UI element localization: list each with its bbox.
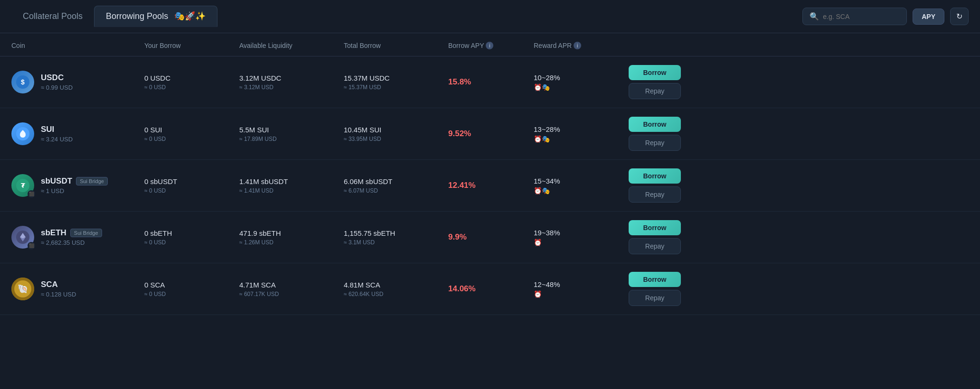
borrow-apy-sui: 9.52%	[448, 129, 534, 139]
apy-toggle-button[interactable]: APY	[913, 9, 944, 25]
coin-icon-usdc: $	[11, 71, 34, 93]
table-row: SUI ≈ 3.24 USD 0 SUI ≈ 0 USD 5.5M SUI ≈ …	[0, 108, 980, 160]
coin-name-sbusdt: sbUSDT Sui Bridge ≈ 1 USD	[41, 176, 108, 194]
reward-icons-sui: ⏰🎭	[534, 135, 629, 143]
borrow-button-usdc[interactable]: Borrow	[629, 65, 681, 80]
coin-cell-sbeth: ⬛ sbETH Sui Bridge ≈ 2,682.35 USD	[11, 226, 144, 249]
reward-icons-usdc: ⏰🎭	[534, 83, 629, 91]
header-reward-apr: Reward APR i	[534, 42, 629, 49]
action-cell-sui: Borrow Repay	[629, 117, 705, 151]
search-box: 🔍	[802, 8, 907, 25]
header-borrow-apy: Borrow APY i	[448, 42, 534, 49]
repay-button-sui[interactable]: Repay	[629, 135, 681, 151]
tab-borrowing-pools[interactable]: Borrowing Pools 🎭🚀✨	[94, 6, 217, 27]
coin-cell-sbusdt: ₮ ⬛ sbUSDT Sui Bridge ≈ 1 USD	[11, 174, 144, 197]
header-your-borrow: Your Borrow	[144, 42, 239, 49]
your-borrow-sui: 0 SUI ≈ 0 USD	[144, 126, 239, 142]
top-nav: Collateral Pools Borrowing Pools 🎭🚀✨ 🔍 A…	[0, 0, 980, 33]
avail-liquidity-sbusdt: 1.41M sbUSDT ≈ 1.41M USD	[239, 177, 344, 194]
coin-cell-sui: SUI ≈ 3.24 USD	[11, 122, 144, 145]
table-row: $ USDC ≈ 0.99 USD 0 USDC ≈ 0 USD 3.12M U…	[0, 56, 980, 108]
coin-title-sbusdt: sbUSDT	[41, 176, 72, 186]
borrow-apy-sbusdt: 12.41%	[448, 181, 534, 190]
coin-price-sca: ≈ 0.128 USD	[41, 291, 76, 298]
coin-icon-sui	[11, 122, 34, 145]
borrow-apy-sca: 14.06%	[448, 284, 534, 294]
nav-right: 🔍 APY ↻	[802, 8, 969, 25]
search-input[interactable]	[823, 13, 894, 20]
borrow-button-sbeth[interactable]: Borrow	[629, 220, 681, 235]
reward-apr-sui: 13~28% ⏰🎭	[534, 125, 629, 143]
total-borrow-sbeth: 1,155.75 sbETH ≈ 3.1M USD	[344, 229, 448, 246]
reward-icons-sbeth: ⏰	[534, 239, 629, 246]
your-borrow-sbeth: 0 sbETH ≈ 0 USD	[144, 229, 239, 246]
your-borrow-usdc: 0 USDC ≈ 0 USD	[144, 74, 239, 91]
bridge-badge-sbusdt: Sui Bridge	[76, 177, 108, 185]
refresh-button[interactable]: ↻	[950, 8, 969, 25]
repay-button-sca[interactable]: Repay	[629, 290, 681, 306]
reward-apr-info-icon[interactable]: i	[574, 42, 581, 49]
your-borrow-sbusdt: 0 sbUSDT ≈ 0 USD	[144, 177, 239, 194]
reward-apr-sbusdt: 15~34% ⏰🎭	[534, 177, 629, 194]
coin-name-sbeth: sbETH Sui Bridge ≈ 2,682.35 USD	[41, 228, 102, 246]
table-row: ⬛ sbETH Sui Bridge ≈ 2,682.35 USD 0 sbET…	[0, 212, 980, 263]
repay-button-sbusdt[interactable]: Repay	[629, 186, 681, 203]
total-borrow-usdc: 15.37M USDC ≈ 15.37M USD	[344, 74, 448, 91]
coin-name-sui: SUI ≈ 3.24 USD	[41, 125, 73, 143]
avail-liquidity-usdc: 3.12M USDC ≈ 3.12M USD	[239, 74, 344, 91]
table-row: 🐚 SCA ≈ 0.128 USD 0 SCA ≈ 0 USD 4.71M SC…	[0, 263, 980, 315]
total-borrow-sui: 10.45M SUI ≈ 33.95M USD	[344, 126, 448, 142]
reward-icons-sbusdt: ⏰🎭	[534, 187, 629, 194]
action-cell-sbeth: Borrow Repay	[629, 220, 705, 254]
coin-name-sca: SCA ≈ 0.128 USD	[41, 280, 76, 298]
nav-tabs: Collateral Pools Borrowing Pools 🎭🚀✨	[11, 6, 217, 27]
avail-liquidity-sca: 4.71M SCA ≈ 607.17K USD	[239, 281, 344, 297]
borrow-button-sbusdt[interactable]: Borrow	[629, 168, 681, 184]
coin-price-usdc: ≈ 0.99 USD	[41, 84, 73, 91]
header-available-liquidity: Available Liquidity	[239, 42, 344, 49]
coin-title-sca: SCA	[41, 280, 58, 289]
your-borrow-sca: 0 SCA ≈ 0 USD	[144, 281, 239, 297]
search-icon: 🔍	[810, 12, 819, 21]
svg-text:🐚: 🐚	[18, 284, 28, 294]
borrow-button-sca[interactable]: Borrow	[629, 272, 681, 287]
coin-badge-sbeth: ⬛	[28, 242, 35, 250]
table-row: ₮ ⬛ sbUSDT Sui Bridge ≈ 1 USD 0 sbUSDT ≈…	[0, 160, 980, 212]
repay-button-sbeth[interactable]: Repay	[629, 238, 681, 254]
bridge-badge-sbeth: Sui Bridge	[70, 229, 102, 237]
action-cell-sca: Borrow Repay	[629, 272, 705, 306]
reward-icons-sca: ⏰	[534, 290, 629, 298]
repay-button-usdc[interactable]: Repay	[629, 83, 681, 99]
action-cell-sbusdt: Borrow Repay	[629, 168, 705, 203]
avail-liquidity-sui: 5.5M SUI ≈ 17.89M USD	[239, 126, 344, 142]
coin-title-usdc: USDC	[41, 73, 64, 83]
borrow-button-sui[interactable]: Borrow	[629, 117, 681, 132]
tab-collateral-pools[interactable]: Collateral Pools	[11, 7, 94, 26]
coin-cell-usdc: $ USDC ≈ 0.99 USD	[11, 71, 144, 93]
reward-apr-sbeth: 19~38% ⏰	[534, 229, 629, 246]
coin-cell-sca: 🐚 SCA ≈ 0.128 USD	[11, 278, 144, 300]
table-header: Coin Your Borrow Available Liquidity Tot…	[0, 35, 980, 56]
svg-text:₮: ₮	[21, 182, 25, 189]
coin-title-sui: SUI	[41, 125, 54, 134]
borrowing-pools-label: Borrowing Pools	[106, 11, 168, 21]
header-total-borrow: Total Borrow	[344, 42, 448, 49]
coin-price-sbusdt: ≈ 1 USD	[41, 187, 108, 194]
coin-price-sui: ≈ 3.24 USD	[41, 136, 73, 143]
coin-title-sbeth: sbETH	[41, 228, 66, 238]
coin-price-sbeth: ≈ 2,682.35 USD	[41, 239, 102, 246]
borrow-apy-info-icon[interactable]: i	[486, 42, 493, 49]
reward-apr-usdc: 10~28% ⏰🎭	[534, 74, 629, 91]
header-coin: Coin	[11, 42, 144, 49]
action-cell-usdc: Borrow Repay	[629, 65, 705, 99]
svg-text:$: $	[21, 78, 25, 86]
borrow-apy-sbeth: 9.9%	[448, 232, 534, 242]
reward-apr-sca: 12~48% ⏰	[534, 280, 629, 298]
total-borrow-sbusdt: 6.06M sbUSDT ≈ 6.07M USD	[344, 177, 448, 194]
borrow-apy-usdc: 15.8%	[448, 77, 534, 87]
avail-liquidity-sbeth: 471.9 sbETH ≈ 1.26M USD	[239, 229, 344, 246]
coin-badge-sbusdt: ⬛	[28, 190, 35, 198]
header-actions	[629, 42, 705, 49]
borrowing-emoji: 🎭🚀✨	[174, 11, 206, 21]
coin-icon-sca: 🐚	[11, 278, 34, 300]
